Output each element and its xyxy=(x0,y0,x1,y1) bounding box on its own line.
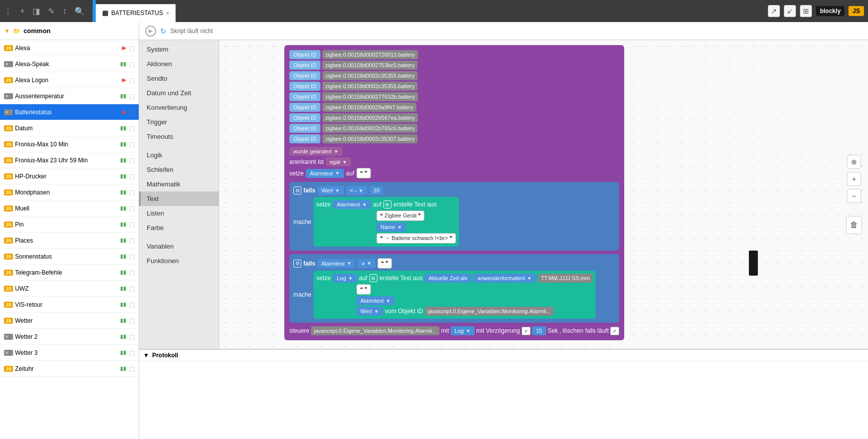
steuere-path-block[interactable]: javascript.0.Eigene_Variablen.Monitoring… xyxy=(311,326,440,335)
item-export[interactable]: ⬚ xyxy=(129,205,135,212)
sidebar-item-alexa-speak[interactable]: ≡ Alexa-Speak ▮▮ ⬚ xyxy=(0,56,139,72)
sidebar-item-alexa[interactable]: JS Alexa ▶ ⬚ xyxy=(0,40,139,56)
objekt-id-val-6[interactable]: zigbee.0.00158d00029a9f47.battery xyxy=(322,103,416,112)
item-export[interactable]: ⬚ xyxy=(129,61,135,68)
zoom-out-icon[interactable]: − xyxy=(847,189,861,203)
trash-icon[interactable]: 🗑 xyxy=(846,216,862,234)
run-circle-icon[interactable]: ▶ xyxy=(145,26,156,37)
item-export[interactable]: ⬚ xyxy=(129,365,135,372)
folder-arrow-icon[interactable]: ▼ xyxy=(4,28,10,35)
gear-icon-1[interactable]: ⚙ xyxy=(293,186,301,194)
neq-block[interactable]: ≠ ▼ xyxy=(357,259,375,268)
zoom-in-icon[interactable]: + xyxy=(847,172,861,186)
category-item-timeouts[interactable]: Timeouts xyxy=(139,129,219,144)
item-export[interactable]: ⬚ xyxy=(129,77,135,84)
active-tab[interactable]: ⬛ BATTERIESTATUS × xyxy=(96,4,175,22)
sidebar-item-sonnenstatus[interactable]: JS Sonnenstatus ▮▮ ⬚ xyxy=(0,249,139,265)
item-export[interactable]: ⬚ xyxy=(129,269,135,276)
gear-icon-4[interactable]: ⚙ xyxy=(369,274,377,282)
objekt-id-val-5[interactable]: zigbee.0.00158d000277632b.battery xyxy=(322,92,418,101)
objekt-id-val-3[interactable]: zigbee.0.00158d0002c35355.battery xyxy=(322,71,418,80)
category-item-trigger[interactable]: Trigger xyxy=(139,115,219,129)
category-item-text[interactable]: Text xyxy=(139,191,219,206)
sidebar-item-uwz[interactable]: JS UWZ ▮▮ ⬚ xyxy=(0,281,139,297)
sidebar-item-wetter[interactable]: JS Wetter ▮▮ ⬚ xyxy=(0,313,139,329)
batterie-schwach-block[interactable]: ❝ → Batterie schwach !<br> ❞ xyxy=(376,233,456,244)
wert-block-1[interactable]: Wert ▼ xyxy=(317,186,344,195)
menu-icon[interactable]: ⋮ xyxy=(4,7,12,16)
export-icon[interactable]: ↗ xyxy=(768,5,780,17)
sidebar-item-zeituhr[interactable]: JS Zeituhr ▮▮ ⬚ xyxy=(0,361,139,377)
sidebar-item-telegram[interactable]: JS Telegram-Befehle ▮▮ ⬚ xyxy=(0,265,139,281)
objekt-id-val-9[interactable]: zigbee.0.00158d0002c35307.battery xyxy=(322,134,418,143)
compare-block-1[interactable]: < - ▼ xyxy=(346,186,367,195)
item-export[interactable]: ⬚ xyxy=(129,253,135,260)
grid-icon[interactable]: ⊞ xyxy=(800,5,812,17)
category-item-konvertierung[interactable]: Konvertierung xyxy=(139,100,219,115)
verz-checkbox[interactable]: ✓ xyxy=(522,327,531,335)
category-item-listen[interactable]: Listen xyxy=(139,206,219,221)
item-export[interactable]: ⬚ xyxy=(129,333,135,340)
sidebar-item-places[interactable]: JS Places ▮▮ ⬚ xyxy=(0,233,139,249)
item-export[interactable]: ⬚ xyxy=(129,237,135,244)
tab-close-button[interactable]: × xyxy=(166,11,169,16)
sidebar-item-vis-retour[interactable]: JS VIS-retour ▮▮ ⬚ xyxy=(0,297,139,313)
alarmtext-block-3[interactable]: Alarmtext ▼ xyxy=(356,296,394,305)
sidebar-item-aussentemperatur[interactable]: ≡ Aussentemperatur ▮▮ ⬚ xyxy=(0,88,139,104)
sidebar-item-datum[interactable]: JS Datum ▮▮ ⬚ xyxy=(0,120,139,136)
blockly-badge[interactable]: blockly xyxy=(816,6,844,16)
objekt-id-val-4[interactable]: zigbee.0.00158d0002c35355.battery xyxy=(322,82,418,91)
sidebar-item-wetter3[interactable]: ≡ Wetter 3 ▮▮ ⬚ xyxy=(0,345,139,361)
gear-icon-3[interactable]: ⚙ xyxy=(293,260,301,268)
item-export[interactable]: ⬚ xyxy=(129,125,135,132)
tt-mm-block[interactable]: TT.MM.JJJJ SS:mm xyxy=(538,274,593,283)
wert-block-2[interactable]: Wert ▼ xyxy=(356,307,383,316)
item-export[interactable]: ⬚ xyxy=(129,45,135,52)
verz-val[interactable]: 15 xyxy=(532,326,546,335)
item-export[interactable]: ⬚ xyxy=(129,189,135,196)
sidebar-item-fronius-10[interactable]: JS Fronius-Max 10 Min ▮▮ ⬚ xyxy=(0,136,139,152)
aktuelle-zeit-block[interactable]: Aktuelle Zeit als xyxy=(424,274,472,283)
item-export[interactable]: ⬚ xyxy=(129,285,135,292)
monitoring-path-block[interactable]: javascript.0.Eigene_Variablen.Monitoring… xyxy=(425,307,554,316)
add-icon[interactable]: + xyxy=(20,7,25,16)
alarmtext-cond-block[interactable]: Alarmtext ▼ xyxy=(317,259,355,268)
alarmtext-inner-block[interactable]: Alarmtext ▼ xyxy=(333,200,371,209)
sidebar-item-alexa-logon[interactable]: JS Alexa Logon ▶ ⬚ xyxy=(0,72,139,88)
item-export[interactable]: ⬚ xyxy=(129,93,135,100)
sort-icon[interactable]: ↕ xyxy=(63,7,67,16)
item-export[interactable]: ⬚ xyxy=(129,317,135,324)
refresh-icon[interactable]: ↻ xyxy=(160,27,166,35)
twenty-block[interactable]: 20 xyxy=(369,186,383,195)
zigbee-geraet-block[interactable]: ❝ Zigbee Gerät ❞ xyxy=(376,210,424,221)
import-icon[interactable]: ↙ xyxy=(784,5,796,17)
item-export[interactable]: ⬚ xyxy=(129,301,135,308)
sidebar-item-batteriestatus[interactable]: ≡ Batteriestatus ▶ ⬚ xyxy=(0,104,139,120)
item-export[interactable]: ⬚ xyxy=(129,109,135,116)
objekt-id-val-7[interactable]: zigbee.0.00158d0002b567ea.battery xyxy=(322,113,418,122)
sidebar-item-hp-drucker[interactable]: JS HP-Drucker ▮▮ ⬚ xyxy=(0,168,139,184)
item-export[interactable]: ⬚ xyxy=(129,141,135,148)
sidebar-item-pin[interactable]: JS Pin ▮▮ ⬚ xyxy=(0,216,139,233)
loeschen-checkbox[interactable]: ✓ xyxy=(610,327,619,335)
anwenderformatiert-block[interactable]: anwenderformatiert ▼ xyxy=(474,274,536,283)
blockly-canvas[interactable]: Objekt ID zigbee.0.00158d0002726013.batt… xyxy=(219,40,868,349)
empty-string-2[interactable]: ❝ ❞ xyxy=(356,284,371,295)
sidebar-item-muell[interactable]: JS Muell ▮▮ ⬚ xyxy=(0,200,139,216)
wurde-geandert-block[interactable]: wurde geändert ▼ xyxy=(289,147,342,156)
category-item-mathematik[interactable]: Mathematik xyxy=(139,177,219,191)
item-export[interactable]: ⬚ xyxy=(129,221,135,228)
category-item-aktionen[interactable]: Aktionen xyxy=(139,57,219,71)
category-item-system[interactable]: System xyxy=(139,42,219,57)
category-item-sendto[interactable]: Sendto xyxy=(139,71,219,86)
log-down-arrow[interactable]: ▼ xyxy=(143,352,149,359)
file-icon[interactable]: ◨ xyxy=(33,7,40,16)
item-export[interactable]: ⬚ xyxy=(129,349,135,356)
item-export[interactable]: ⬚ xyxy=(129,157,135,164)
egal-block[interactable]: egal ▼ xyxy=(326,157,351,166)
category-item-funktionen[interactable]: Funktionen xyxy=(139,254,219,268)
category-item-logik[interactable]: Logik xyxy=(139,148,219,162)
empty-string-block[interactable]: ❝ ❞ xyxy=(356,168,371,178)
category-item-datum-zeit[interactable]: Datum und Zeit xyxy=(139,86,219,100)
item-export[interactable]: ⬚ xyxy=(129,173,135,180)
